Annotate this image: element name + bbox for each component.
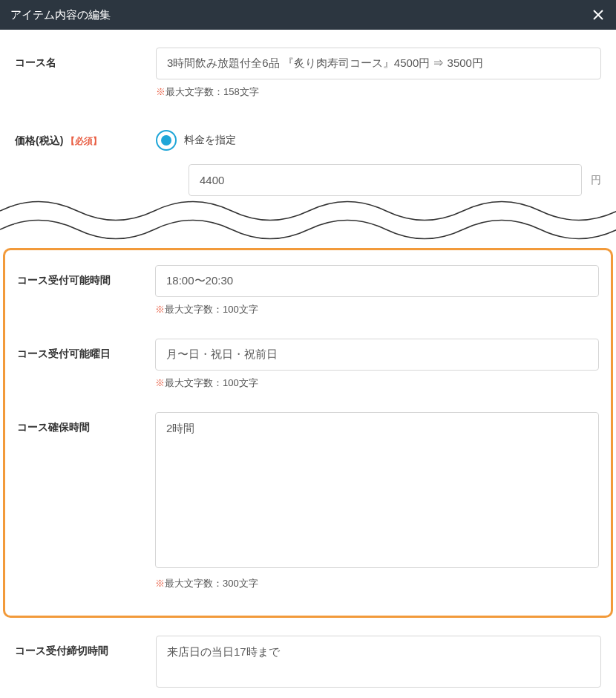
label-course-name: コース名 bbox=[15, 48, 156, 70]
label-price: 価格(税込)【必須】 bbox=[15, 125, 156, 148]
accept-days-input[interactable] bbox=[155, 339, 599, 371]
accept-time-hint-text: 最大文字数：100文字 bbox=[165, 304, 258, 315]
price-radio-row: 料金を指定 bbox=[156, 130, 601, 151]
hint-star: ※ bbox=[155, 377, 165, 388]
close-icon bbox=[592, 9, 604, 21]
accept-time-hint: ※最大文字数：100文字 bbox=[155, 303, 599, 316]
label-accept-days: コース受付可能曜日 bbox=[17, 339, 155, 361]
field-deadline bbox=[156, 636, 601, 691]
field-price: 料金を指定 円 bbox=[156, 125, 601, 196]
hint-star: ※ bbox=[155, 304, 165, 315]
deadline-input[interactable] bbox=[156, 636, 601, 688]
accept-days-hint-text: 最大文字数：100文字 bbox=[165, 377, 258, 388]
price-unit: 円 bbox=[591, 174, 601, 187]
price-radio-label: 料金を指定 bbox=[184, 134, 236, 147]
reserve-duration-input[interactable] bbox=[155, 412, 599, 568]
required-badge: 【必須】 bbox=[66, 136, 102, 146]
reserve-duration-hint-text: 最大文字数：300文字 bbox=[165, 578, 258, 589]
reserve-duration-hint: ※最大文字数：300文字 bbox=[155, 577, 599, 590]
row-course-name: コース名 ※最大文字数：158文字 bbox=[15, 48, 601, 99]
form-content-lower: コース受付締切時間 bbox=[0, 636, 616, 691]
row-deadline: コース受付締切時間 bbox=[15, 636, 601, 691]
field-reserve-duration: ※最大文字数：300文字 bbox=[155, 412, 599, 590]
form-content: コース名 ※最大文字数：158文字 価格(税込)【必須】 料金を指定 円 bbox=[0, 30, 616, 196]
radio-dot bbox=[161, 135, 171, 146]
course-name-hint: ※最大文字数：158文字 bbox=[156, 85, 601, 99]
close-button[interactable] bbox=[591, 7, 606, 22]
label-deadline: コース受付締切時間 bbox=[15, 636, 156, 658]
accept-days-hint: ※最大文字数：100文字 bbox=[155, 376, 599, 390]
row-reserve-duration: コース確保時間 ※最大文字数：300文字 bbox=[17, 412, 599, 590]
modal-header: アイテム内容の編集 bbox=[0, 0, 616, 30]
highlighted-section: コース受付可能時間 ※最大文字数：100文字 コース受付可能曜日 ※最大文字数：… bbox=[3, 248, 613, 618]
row-price: 価格(税込)【必須】 料金を指定 円 bbox=[15, 125, 601, 196]
hint-star: ※ bbox=[156, 86, 166, 97]
course-name-hint-text: 最大文字数：158文字 bbox=[166, 86, 259, 97]
field-accept-days: ※最大文字数：100文字 bbox=[155, 339, 599, 390]
row-accept-time: コース受付可能時間 ※最大文字数：100文字 bbox=[17, 265, 599, 316]
row-accept-days: コース受付可能曜日 ※最大文字数：100文字 bbox=[17, 339, 599, 390]
course-name-input[interactable] bbox=[156, 48, 601, 79]
accept-time-input[interactable] bbox=[155, 265, 599, 297]
wave-icon bbox=[0, 189, 616, 248]
field-accept-time: ※最大文字数：100文字 bbox=[155, 265, 599, 316]
price-radio[interactable] bbox=[156, 130, 177, 151]
hint-star: ※ bbox=[155, 578, 165, 589]
label-accept-time: コース受付可能時間 bbox=[17, 265, 155, 287]
label-reserve-duration: コース確保時間 bbox=[17, 412, 155, 434]
label-price-text: 価格(税込) bbox=[15, 134, 63, 146]
section-break bbox=[0, 189, 616, 248]
field-course-name: ※最大文字数：158文字 bbox=[156, 48, 601, 99]
modal-title: アイテム内容の編集 bbox=[10, 8, 111, 22]
